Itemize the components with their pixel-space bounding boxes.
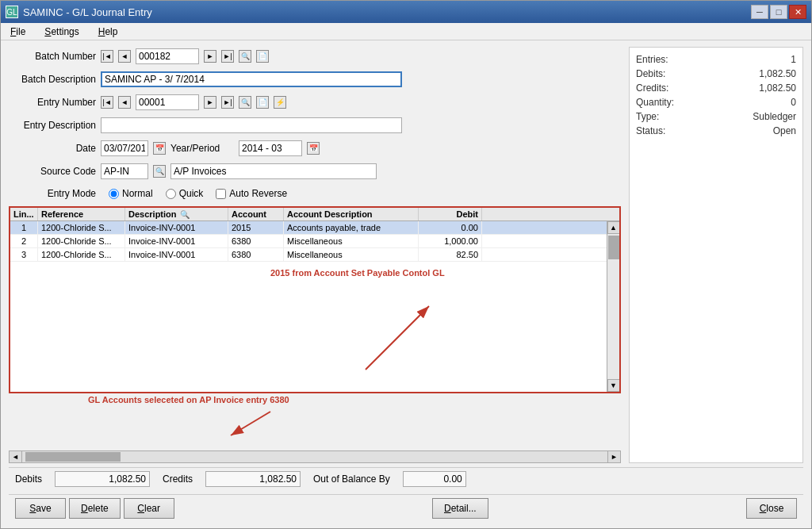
scroll-thumb-h[interactable] (25, 452, 121, 462)
restore-button[interactable]: □ (770, 5, 787, 19)
scroll-thumb[interactable] (608, 236, 619, 259)
quick-label: Quick (179, 188, 204, 199)
batch-last-button[interactable]: ►| (221, 50, 234, 63)
auto-reverse-text: Auto Reverse (229, 188, 287, 199)
menu-settings[interactable]: Settings (38, 25, 85, 39)
clear-button[interactable]: Clear (124, 498, 174, 519)
save-button[interactable]: Save (15, 498, 66, 519)
out-of-balance-label: Out of Balance By (313, 473, 390, 485)
scroll-left-button[interactable]: ◄ (10, 451, 22, 462)
table-row[interactable]: 3 1200-Chloride S... Invoice-INV-0001 63… (10, 248, 607, 262)
type-value: Subledger (753, 111, 796, 122)
entry-mode-row: Entry Mode Normal Quick Auto Reverse (9, 185, 621, 202)
entry-prev-button[interactable]: ◄ (118, 96, 131, 109)
batch-number-input[interactable] (136, 48, 199, 64)
date-input[interactable] (101, 140, 148, 156)
source-code-desc-input[interactable] (170, 163, 377, 179)
credits-total-input (205, 471, 301, 487)
minimize-button[interactable]: ─ (751, 5, 768, 19)
menu-help[interactable]: Help (92, 25, 124, 39)
main-area: Batch Number |◄ ◄ ► ►| 🔍 📄 Batch Descrip… (9, 47, 803, 463)
window-title: SAMINC - G/L Journal Entry (23, 6, 152, 18)
entry-search-button[interactable]: 🔍 (239, 96, 251, 109)
quantity-row: Quantity: 0 (636, 97, 796, 108)
batch-first-button[interactable]: |◄ (101, 50, 113, 63)
entry-new-button[interactable]: 📄 (256, 96, 269, 109)
left-button-group: Save Delete Clear (15, 498, 174, 519)
batch-description-input[interactable] (101, 71, 402, 87)
table-row[interactable]: 2 1200-Chloride S... Invoice-INV-0001 63… (10, 235, 607, 248)
entry-next-button[interactable]: ► (204, 96, 216, 109)
detail-button[interactable]: Detail... (432, 498, 488, 519)
annotation-arrow-bottom (207, 408, 286, 439)
normal-radio[interactable] (109, 189, 119, 199)
quantity-value: 0 (791, 97, 796, 108)
date-calendar-button[interactable]: 📅 (153, 142, 166, 155)
year-period-input[interactable] (239, 140, 302, 156)
entry-last-button[interactable]: ►| (221, 96, 234, 109)
cell-desc-3: Invoice-INV-0001 (125, 248, 228, 261)
batch-new-button[interactable]: 📄 (256, 50, 269, 63)
normal-radio-label[interactable]: Normal (109, 188, 153, 199)
quantity-label: Quantity: (636, 97, 674, 108)
close-button[interactable]: Close (746, 498, 797, 519)
cell-adesc-3: Miscellaneous (284, 248, 419, 261)
date-row: Date 📅 Year/Period 📅 (9, 139, 621, 158)
source-code-input[interactable] (101, 163, 148, 179)
entries-value: 1 (791, 54, 796, 65)
entry-number-input[interactable] (136, 94, 199, 110)
auto-reverse-label[interactable]: Auto Reverse (216, 188, 287, 199)
cell-debit-2: 1,000.00 (419, 235, 482, 247)
grid-body-area: 1 1200-Chloride S... Invoice-INV-0001 20… (10, 221, 619, 392)
entry-extra-button[interactable]: ⚡ (274, 96, 286, 109)
horizontal-scrollbar[interactable]: ◄ ► (9, 450, 621, 463)
batch-next-button[interactable]: ► (204, 50, 216, 63)
scroll-up-button[interactable]: ▲ (607, 221, 620, 234)
title-bar-left: GL SAMINC - G/L Journal Entry (6, 6, 152, 18)
entry-number-row: Entry Number |◄ ◄ ► ►| 🔍 📄 ⚡ (9, 93, 621, 112)
cell-ref-2: 1200-Chloride S... (38, 235, 125, 247)
scroll-right-button[interactable]: ► (607, 451, 620, 462)
grid-header: Lin... Reference Description 🔍 Account A… (10, 208, 619, 221)
auto-reverse-checkbox[interactable] (216, 189, 226, 199)
main-window: GL SAMINC - G/L Journal Entry ─ □ ✕ File… (0, 0, 812, 529)
close-window-button[interactable]: ✕ (789, 5, 806, 19)
title-bar: GL SAMINC - G/L Journal Entry ─ □ ✕ (1, 1, 811, 23)
delete-button[interactable]: Delete (69, 498, 121, 519)
batch-desc-label: Batch Description (9, 74, 96, 85)
col-header-account-desc: Account Description (284, 208, 419, 220)
source-code-row: Source Code 🔍 (9, 162, 621, 181)
debits-total-label: Debits (15, 473, 42, 485)
cell-desc-1: Invoice-INV-0001 (125, 221, 228, 234)
cell-adesc-1: Accounts payable, trade (284, 221, 419, 234)
table-row[interactable]: 1 1200-Chloride S... Invoice-INV-0001 20… (10, 221, 607, 235)
entry-mode-label: Entry Mode (9, 188, 96, 199)
entry-first-button[interactable]: |◄ (101, 96, 113, 109)
source-code-search-button[interactable]: 🔍 (153, 165, 166, 178)
menu-file[interactable]: File (4, 25, 32, 39)
app-icon: GL (6, 6, 18, 18)
credits-info-row: Credits: 1,082.50 (636, 82, 796, 94)
batch-prev-button[interactable]: ◄ (118, 50, 131, 63)
bottom-totals-bar: Debits Credits Out of Balance By (9, 467, 803, 490)
quick-radio[interactable] (166, 189, 176, 199)
cell-acct-1: 2015 (228, 221, 284, 234)
cell-line-1: 1 (10, 221, 38, 234)
entry-desc-row: Entry Description (9, 116, 621, 135)
source-code-label: Source Code (9, 166, 96, 177)
annotation-bottom-text: GL Accounts seleceted on AP Invoice entr… (88, 395, 289, 404)
batch-number-label: Batch Number (9, 51, 96, 62)
entry-description-input[interactable] (101, 117, 402, 133)
vertical-scrollbar[interactable]: ▲ ▼ (607, 221, 619, 392)
credits-info-value: 1,082.50 (759, 82, 796, 94)
batch-search-button[interactable]: 🔍 (239, 50, 251, 63)
cell-debit-3: 82.50 (419, 248, 482, 261)
cell-ref-1: 1200-Chloride S... (38, 221, 125, 234)
cell-line-2: 2 (10, 235, 38, 247)
quick-radio-label[interactable]: Quick (166, 188, 204, 199)
type-row: Type: Subledger (636, 111, 796, 122)
year-period-button[interactable]: 📅 (307, 142, 320, 155)
annotation-arrow-top (350, 290, 508, 385)
scroll-down-button[interactable]: ▼ (607, 379, 620, 392)
svg-line-2 (231, 412, 270, 435)
